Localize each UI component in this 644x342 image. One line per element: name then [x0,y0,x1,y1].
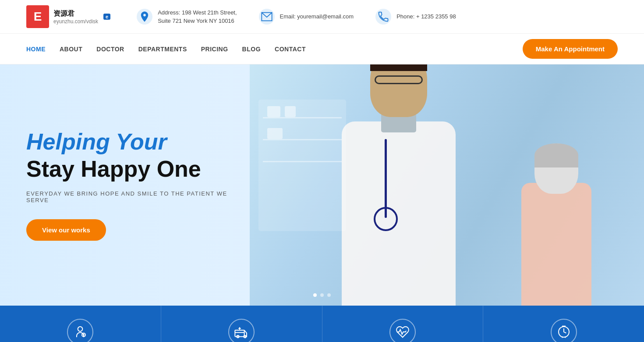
address-info: Address: 198 West 21th Street, Suite 721… [137,8,237,25]
feature-item-heartrate [322,306,484,342]
hero-title-blue: Helping Your [26,129,237,154]
stethoscope-head [374,207,398,231]
email-info: Email: youremail@email.com [259,9,354,25]
nav-link-about[interactable]: ABOUT [60,46,82,53]
top-info: Address: 198 West 21th Street, Suite 721… [137,8,618,25]
hero-title-black: Stay Happy One [26,157,237,182]
patient-silhouette [513,148,600,306]
feature-icon-heartrate [389,319,416,342]
email-icon [259,9,275,25]
navbar: HOME ABOUT DOCTOR DEPARTMENTS PRICING BL… [0,34,644,64]
nav-link-doctor[interactable]: DOCTOR [96,46,124,53]
phone-svg [377,11,389,23]
feature-icon-doctor [67,319,93,342]
top-bar: E 资源君 eyunzhu.com/vdisk e Address: 198 W… [0,0,644,34]
patient-body [521,183,591,306]
nav-link-blog[interactable]: BLOG [242,46,261,53]
bg-cabinet [258,100,346,231]
doctor-glasses [375,75,423,84]
nav-item-home[interactable]: HOME [26,45,46,53]
logo-area: E 资源君 eyunzhu.com/vdisk e [26,5,110,28]
logo-badge: e [103,14,110,20]
nav-links: HOME ABOUT DOCTOR DEPARTMENTS PRICING BL… [26,45,306,53]
feature-item-clock [483,306,644,342]
feature-strip [0,306,644,342]
view-works-button[interactable]: View our works [26,219,106,241]
clock-icon [557,325,571,339]
map-pin-icon [137,9,152,25]
hero-image-area [250,64,644,306]
patient-head [534,143,578,194]
nav-item-departments[interactable]: DEPARTMENTS [138,45,187,53]
bg-item-3 [267,128,283,139]
feature-icon-ambulance [228,319,255,342]
patient-hair [534,143,578,167]
dot-3[interactable] [327,293,331,297]
phone-text: Phone: + 1235 2355 98 [396,12,456,21]
hero-subtitle: EVERYDAY WE BRING HOPE AND SMILE TO THE … [26,190,237,203]
email-text: Email: youremail@email.com [280,12,354,21]
phone-info: Phone: + 1235 2355 98 [375,9,456,25]
nav-item-about[interactable]: ABOUT [60,45,82,53]
doctor-coat [342,121,456,306]
ambulance-icon [234,325,248,339]
hero-section: Helping Your Stay Happy One EVERYDAY WE … [0,64,644,306]
logo-chinese: 资源君 [53,9,98,18]
doctor-head [370,64,427,117]
feature-item-ambulance [161,306,322,342]
bg-item-1 [267,106,280,117]
map-svg [138,11,151,23]
heartrate-icon [396,325,410,339]
dot-1[interactable] [313,293,317,297]
bg-shelf-1 [263,117,342,118]
nav-item-contact[interactable]: CONTACT [275,45,306,53]
appointment-button[interactable]: Make An Appointment [523,39,618,59]
address-text: Address: 198 West 21th Street, Suite 721… [158,8,237,25]
hero-dots [313,293,331,297]
doctor-hair [370,64,427,71]
nav-link-contact[interactable]: CONTACT [275,46,306,53]
nav-item-blog[interactable]: BLOG [242,45,261,53]
hero-content: Helping Your Stay Happy One EVERYDAY WE … [0,64,263,306]
nav-item-pricing[interactable]: PRICING [201,45,228,53]
logo-text: 资源君 eyunzhu.com/vdisk [53,9,98,25]
doctor-icon [73,325,87,339]
stethoscope-tube [385,139,387,218]
dot-2[interactable] [320,293,324,297]
email-svg [261,11,273,23]
doctor-silhouette [329,78,469,306]
nav-link-departments[interactable]: DEPARTMENTS [138,46,187,53]
nav-item-doctor[interactable]: DOCTOR [96,45,124,53]
nav-link-pricing[interactable]: PRICING [201,46,228,53]
feature-icon-clock [551,319,577,342]
feature-item-doctor [0,306,161,342]
svg-point-0 [78,327,83,331]
logo-url: eyunzhu.com/vdisk [53,18,98,25]
bg-item-2 [285,106,296,117]
phone-icon [375,9,391,25]
logo-letter: E [26,5,49,28]
bg-shelf-3 [263,161,342,162]
svg-rect-2 [235,330,244,337]
nav-link-home[interactable]: HOME [26,46,46,53]
bg-shelf-2 [263,139,342,140]
